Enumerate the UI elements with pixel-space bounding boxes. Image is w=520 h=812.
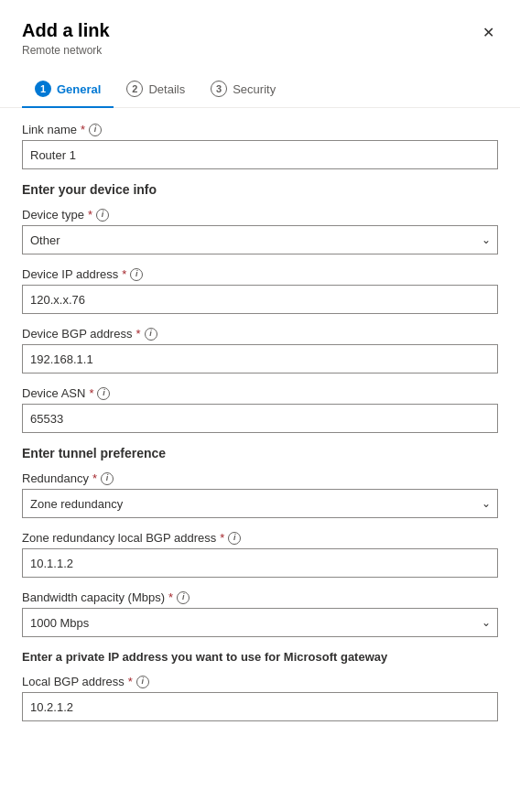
local-bgp-required: * bbox=[128, 675, 133, 688]
device-type-group: Device type * i Other Cisco Juniper Fort… bbox=[22, 208, 498, 254]
device-type-select[interactable]: Other Cisco Juniper Fortinet bbox=[22, 225, 498, 254]
device-asn-label: Device ASN * i bbox=[22, 386, 498, 400]
tab-general-number: 1 bbox=[35, 81, 51, 97]
local-bgp-group: Local BGP address * i bbox=[22, 675, 498, 721]
device-type-label: Device type * i bbox=[22, 208, 498, 222]
device-ip-label: Device IP address * i bbox=[22, 267, 498, 281]
device-asn-input[interactable] bbox=[22, 404, 498, 433]
zone-bgp-label: Zone redundancy local BGP address * i bbox=[22, 531, 498, 545]
link-name-input[interactable] bbox=[22, 140, 498, 169]
zone-bgp-required: * bbox=[220, 531, 224, 545]
device-ip-required: * bbox=[122, 267, 126, 281]
device-bgp-info-icon[interactable]: i bbox=[145, 328, 157, 341]
device-type-info-icon[interactable]: i bbox=[96, 209, 109, 222]
link-name-group: Link name * i bbox=[22, 123, 498, 169]
tab-general-label: General bbox=[57, 82, 101, 96]
tab-security-number: 3 bbox=[211, 81, 227, 97]
modal-header: Add a link Remote network ✕ bbox=[0, 0, 520, 66]
redundancy-label: Redundancy * i bbox=[22, 471, 498, 485]
device-bgp-group: Device BGP address * i bbox=[22, 327, 498, 374]
link-name-label: Link name * i bbox=[22, 123, 498, 136]
device-ip-input[interactable] bbox=[22, 285, 498, 314]
device-ip-info-icon[interactable]: i bbox=[130, 268, 143, 281]
tab-details[interactable]: 2 Details bbox=[114, 73, 198, 108]
bandwidth-select-wrapper: 500 Mbps 1000 Mbps 2000 Mbps ⌄ bbox=[22, 608, 498, 637]
tab-security[interactable]: 3 Security bbox=[198, 73, 288, 108]
zone-bgp-input[interactable] bbox=[22, 548, 498, 578]
device-bgp-input[interactable] bbox=[22, 344, 498, 374]
redundancy-required: * bbox=[92, 471, 97, 485]
close-button[interactable]: ✕ bbox=[479, 20, 498, 45]
device-ip-group: Device IP address * i bbox=[22, 267, 498, 314]
device-bgp-label: Device BGP address * i bbox=[22, 327, 498, 341]
bandwidth-label: Bandwidth capacity (Mbps) * i bbox=[22, 590, 498, 604]
modal-title: Add a link bbox=[22, 18, 110, 42]
local-bgp-info-icon[interactable]: i bbox=[136, 676, 149, 688]
device-type-required: * bbox=[88, 208, 92, 222]
redundancy-group: Redundancy * i Zone redundancy No redund… bbox=[22, 471, 498, 518]
gateway-heading: Enter a private IP address you want to u… bbox=[22, 650, 498, 664]
modal-container: Add a link Remote network ✕ 1 General 2 … bbox=[0, 0, 520, 812]
device-asn-required: * bbox=[89, 386, 93, 400]
redundancy-select[interactable]: Zone redundancy No redundancy bbox=[22, 489, 498, 518]
local-bgp-input[interactable] bbox=[22, 692, 498, 721]
device-asn-info-icon[interactable]: i bbox=[97, 387, 110, 400]
tab-security-label: Security bbox=[233, 82, 276, 96]
modal-title-group: Add a link Remote network bbox=[22, 18, 110, 57]
close-icon: ✕ bbox=[482, 24, 494, 41]
bandwidth-group: Bandwidth capacity (Mbps) * i 500 Mbps 1… bbox=[22, 590, 498, 637]
form-body: Link name * i Enter your device info Dev… bbox=[0, 108, 520, 812]
tab-general[interactable]: 1 General bbox=[22, 73, 114, 108]
redundancy-select-wrapper: Zone redundancy No redundancy ⌄ bbox=[22, 489, 498, 518]
tunnel-section-heading: Enter tunnel preference bbox=[22, 446, 498, 460]
local-bgp-label: Local BGP address * i bbox=[22, 675, 498, 688]
device-bgp-required: * bbox=[135, 327, 140, 341]
tab-details-label: Details bbox=[148, 82, 185, 96]
redundancy-info-icon[interactable]: i bbox=[101, 472, 114, 485]
modal-subtitle: Remote network bbox=[22, 44, 110, 57]
device-type-select-wrapper: Other Cisco Juniper Fortinet ⌄ bbox=[22, 225, 498, 254]
tabs-row: 1 General 2 Details 3 Security bbox=[0, 66, 520, 108]
tab-details-number: 2 bbox=[126, 81, 143, 97]
device-section-heading: Enter your device info bbox=[22, 182, 498, 197]
zone-bgp-info-icon[interactable]: i bbox=[228, 532, 241, 545]
link-name-required: * bbox=[81, 123, 85, 136]
bandwidth-info-icon[interactable]: i bbox=[177, 591, 190, 604]
bandwidth-required: * bbox=[168, 590, 173, 604]
zone-bgp-group: Zone redundancy local BGP address * i bbox=[22, 531, 498, 578]
device-asn-group: Device ASN * i bbox=[22, 386, 498, 433]
bandwidth-select[interactable]: 500 Mbps 1000 Mbps 2000 Mbps bbox=[22, 608, 498, 637]
link-name-info-icon[interactable]: i bbox=[89, 124, 102, 136]
